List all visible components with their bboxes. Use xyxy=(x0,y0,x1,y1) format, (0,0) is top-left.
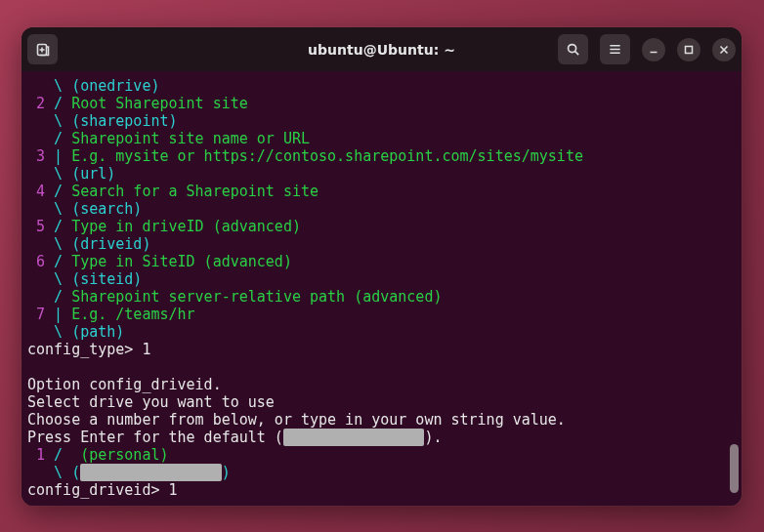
terminal-text: 5 xyxy=(27,218,45,235)
terminal-text: Search for a Sharepoint site xyxy=(71,183,318,200)
terminal-text: ) xyxy=(222,464,231,481)
minimize-button[interactable] xyxy=(642,38,665,61)
terminal-text: \ (path) xyxy=(27,323,124,341)
terminal-text: / xyxy=(27,130,71,147)
terminal-text: | xyxy=(45,306,71,323)
terminal-text: / xyxy=(45,183,71,200)
terminal-text: 1 xyxy=(27,446,45,464)
terminal-text: Type in driveID (advanced) xyxy=(71,218,301,235)
terminal-text: \ (driveid) xyxy=(27,235,150,253)
menu-button[interactable] xyxy=(600,34,630,64)
terminal-text: 6 xyxy=(27,253,45,270)
new-tab-button[interactable] xyxy=(27,34,58,64)
terminal-text: \ (url) xyxy=(27,165,115,183)
terminal-text: / xyxy=(45,446,80,464)
terminal-text: 4 xyxy=(27,183,45,200)
terminal-text: \ ( xyxy=(27,464,80,481)
scrollbar-thumb[interactable] xyxy=(730,444,739,493)
maximize-button[interactable] xyxy=(677,38,700,61)
terminal-text: / xyxy=(45,218,71,235)
terminal-text: xxxxxxxxxxxxxxxx xyxy=(80,464,222,481)
terminal-text: config_driveid> 1 xyxy=(27,481,178,499)
terminal-text: / xyxy=(45,253,71,270)
close-button[interactable] xyxy=(712,38,736,61)
maximize-icon xyxy=(683,44,695,56)
terminal-text: E.g. /teams/hr xyxy=(71,306,194,323)
search-button[interactable] xyxy=(558,34,588,64)
terminal-text: 7 xyxy=(27,306,45,323)
terminal-text: / xyxy=(45,95,71,112)
terminal-body[interactable]: \ (onedrive) 2 / Root Sharepoint site \ … xyxy=(21,71,742,506)
terminal-text: Press Enter for the default ( xyxy=(27,429,283,446)
terminal-text: \ (onedrive) xyxy=(27,77,159,95)
search-icon xyxy=(566,42,580,57)
terminal-text: Root Sharepoint site xyxy=(71,95,248,112)
terminal-text: / xyxy=(27,288,71,306)
minimize-icon xyxy=(648,44,659,56)
titlebar: ubuntu@Ubuntu: ~ xyxy=(21,27,742,71)
terminal-text: \ (search) xyxy=(27,200,142,218)
close-icon xyxy=(718,44,730,56)
terminal-text: 3 xyxy=(27,147,45,165)
terminal-text: Select drive you want to use xyxy=(27,393,275,411)
terminal-text: Option config_driveid. xyxy=(27,376,222,393)
terminal-text: Choose a number from below, or type in y… xyxy=(27,411,566,429)
terminal-text: E.g. mysite or https://contoso.sharepoin… xyxy=(71,147,583,165)
terminal-text: | xyxy=(45,147,71,165)
terminal-text: \ (siteid) xyxy=(27,270,142,288)
terminal-text: config_type> 1 xyxy=(27,341,150,358)
new-tab-icon xyxy=(35,42,51,58)
terminal-text: \ (sharepoint) xyxy=(27,112,178,130)
terminal-output: \ (onedrive) 2 / Root Sharepoint site \ … xyxy=(27,77,742,499)
svg-rect-2 xyxy=(686,46,693,53)
terminal-window: ubuntu@Ubuntu: ~ xyxy=(21,27,742,506)
terminal-text: Type in SiteID (advanced) xyxy=(71,253,292,270)
terminal-text: ). xyxy=(424,429,442,446)
hamburger-icon xyxy=(608,42,622,57)
terminal-text: xxxxxxxxxxxxxxxx xyxy=(283,429,425,446)
terminal-text: Sharepoint site name or URL xyxy=(71,130,310,147)
terminal-text: 2 xyxy=(27,95,45,112)
svg-point-1 xyxy=(569,45,576,53)
terminal-text: (personal) xyxy=(80,446,168,464)
terminal-text: Sharepoint server-relative path (advance… xyxy=(71,288,442,306)
